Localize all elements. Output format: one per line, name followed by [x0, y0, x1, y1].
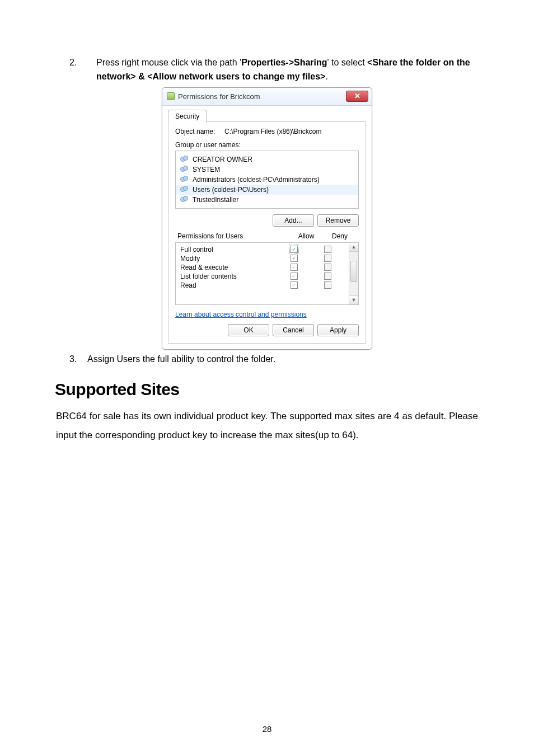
- group-icon: [180, 156, 189, 163]
- dialog-icon: [167, 92, 175, 100]
- permissions-header-label: Permissions for Users: [177, 232, 289, 240]
- step2-t1: Press right mouse click via the path ': [96, 58, 241, 67]
- tab-bar: Security: [162, 106, 372, 121]
- allow-checkbox[interactable]: ✓: [291, 255, 298, 262]
- deny-checkbox[interactable]: [324, 273, 331, 280]
- object-name-value: C:\Program Files (x86)\Brickcom: [224, 128, 321, 135]
- permissions-header-row: Permissions for Users Allow Deny: [175, 231, 359, 241]
- group-item-label: CREATOR OWNER: [193, 156, 252, 163]
- permission-row: Read✓: [176, 281, 349, 290]
- security-panel: Object name: C:\Program Files (x86)\Bric…: [168, 121, 366, 344]
- allow-header: Allow: [289, 232, 323, 240]
- object-name-label: Object name:: [175, 128, 215, 135]
- group-item-trustedinstaller[interactable]: TrustedInstaller: [176, 195, 358, 205]
- close-button[interactable]: ✕: [346, 91, 368, 102]
- permission-name: Full control: [180, 246, 277, 253]
- group-listbox[interactable]: CREATOR OWNER SYSTEM Administrators (col…: [175, 151, 359, 209]
- group-item-users[interactable]: Users (coldest-PC\Users): [176, 185, 358, 195]
- step-2-number: 2.: [56, 56, 96, 84]
- allow-checkbox[interactable]: ✓: [291, 246, 298, 253]
- permission-row: Read & execute✓: [176, 263, 349, 272]
- group-names-label: Group or user names:: [175, 141, 359, 149]
- step2-t3: .: [325, 72, 327, 81]
- group-item-label: Users (coldest-PC\Users): [193, 186, 269, 194]
- deny-checkbox[interactable]: [324, 246, 331, 253]
- deny-checkbox[interactable]: [324, 255, 331, 262]
- permission-name: Read & execute: [180, 264, 277, 271]
- permissions-scrollbar[interactable]: ▲ ▼: [349, 243, 358, 304]
- permissions-listbox: Full control✓Modify✓Read & execute✓List …: [175, 242, 359, 305]
- scroll-up-button[interactable]: ▲: [349, 243, 358, 252]
- deny-checkbox[interactable]: [324, 264, 331, 271]
- remove-button[interactable]: Remove: [317, 214, 359, 227]
- permissions-dialog: Permissions for Brickcom ✕ Security Obje…: [162, 87, 372, 350]
- group-item-creator-owner[interactable]: CREATOR OWNER: [176, 154, 358, 165]
- step2-b1: Properties->Sharing: [241, 58, 327, 67]
- step-3-text: Assign Users the full ability to control…: [87, 354, 275, 364]
- scroll-down-button[interactable]: ▼: [349, 295, 358, 304]
- permissions-dialog-image: Permissions for Brickcom ✕ Security Obje…: [56, 87, 478, 350]
- allow-checkbox: ✓: [291, 273, 298, 280]
- group-item-system[interactable]: SYSTEM: [176, 165, 358, 175]
- group-item-label: SYSTEM: [193, 166, 220, 173]
- group-item-label: Administrators (coldest-PC\Administrator…: [193, 176, 320, 184]
- cancel-button[interactable]: Cancel: [273, 324, 314, 336]
- ok-button[interactable]: OK: [228, 324, 269, 336]
- step-3-number: 3.: [56, 354, 87, 364]
- scroll-thumb[interactable]: [350, 261, 357, 282]
- permission-name: Modify: [180, 255, 277, 262]
- object-name-row: Object name: C:\Program Files (x86)\Bric…: [175, 128, 359, 135]
- allow-checkbox: ✓: [291, 281, 298, 289]
- section-heading-supported-sites: Supported Sites: [55, 380, 478, 399]
- permission-row: Modify✓: [176, 254, 349, 263]
- step-2-text: Press right mouse click via the path 'Pr…: [96, 56, 478, 84]
- dialog-titlebar: Permissions for Brickcom ✕: [162, 88, 372, 106]
- permission-row: List folder contents✓: [176, 272, 349, 281]
- step2-t2: ' to select: [327, 58, 368, 67]
- permission-name: List folder contents: [180, 273, 277, 280]
- group-icon: [180, 186, 189, 194]
- deny-header: Deny: [323, 232, 357, 240]
- close-icon: ✕: [354, 92, 360, 100]
- add-button[interactable]: Add...: [273, 214, 314, 227]
- step-2: 2. Press right mouse click via the path …: [56, 56, 478, 84]
- supported-sites-paragraph: BRC64 for sale has its own individual pr…: [56, 407, 478, 446]
- group-item-administrators[interactable]: Administrators (coldest-PC\Administrator…: [176, 175, 358, 185]
- group-icon: [180, 176, 189, 184]
- group-icon: [180, 166, 189, 173]
- group-item-label: TrustedInstaller: [193, 196, 238, 204]
- permission-row: Full control✓: [176, 245, 349, 254]
- step-3: 3. Assign Users the full ability to cont…: [56, 354, 478, 364]
- tab-security[interactable]: Security: [168, 110, 207, 122]
- page-number: 28: [0, 724, 534, 734]
- dialog-title: Permissions for Brickcom: [178, 92, 260, 101]
- allow-checkbox: ✓: [291, 264, 298, 271]
- deny-checkbox[interactable]: [324, 281, 331, 289]
- group-icon: [180, 196, 189, 204]
- permission-name: Read: [180, 281, 277, 289]
- apply-button[interactable]: Apply: [317, 324, 359, 336]
- learn-link[interactable]: Learn about access control and permissio…: [175, 311, 307, 318]
